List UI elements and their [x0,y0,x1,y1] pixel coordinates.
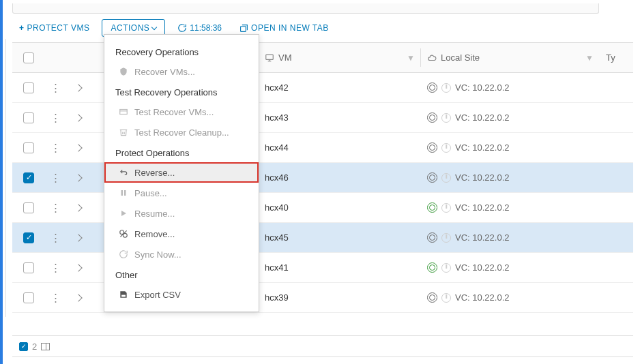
pause-icon [118,187,129,198]
menu-item-export-csv[interactable]: Export CSV [104,284,259,305]
svg-rect-4 [120,110,128,115]
kebab-icon[interactable]: ⋮ [50,82,61,93]
row-checkbox[interactable]: ✓ [23,232,34,243]
vm-name: hcx45 [265,232,289,243]
svg-marker-8 [121,211,126,216]
status-icon [427,292,437,303]
protect-vms-button[interactable]: PROTECT VMS [14,20,95,36]
svg-rect-6 [121,190,123,196]
top-panel-border [12,3,599,14]
actions-label: ACTIONS [111,23,149,33]
menu-item-test-recover-vms: Test Recover VMs... [104,102,259,122]
menu-item-reverse[interactable]: Reverse... [104,162,259,183]
open-new-tab-label: OPEN IN NEW TAB [251,23,329,33]
site-label: VC: 10.22.0.2 [455,112,510,123]
filter-icon[interactable]: ▼ [407,53,415,63]
chevron-right-icon[interactable] [74,294,82,301]
status-icon [427,142,437,153]
svg-rect-12 [121,295,126,297]
menu-item-remove-label: Remove... [134,229,175,239]
sync-icon [118,249,129,260]
actions-dropdown: Recovery Operations Recover VMs... Test … [104,34,259,312]
reverse-icon [118,167,129,178]
kebab-icon[interactable]: ⋮ [50,142,61,153]
column-header-local-site-label: Local Site [441,52,480,63]
vm-name: hcx44 [265,142,289,153]
row-checkbox[interactable] [23,112,34,123]
kebab-icon[interactable]: ⋮ [50,292,61,303]
svg-rect-1 [266,55,274,59]
play-icon [118,208,129,219]
menu-item-test-recover-cleanup: Test Recover Cleanup... [104,122,259,142]
menu-item-resume-label: Resume... [134,209,175,219]
menu-item-pause: Pause... [104,183,259,203]
site-label: VC: 10.22.0.2 [455,232,510,243]
chevron-right-icon[interactable] [74,264,82,271]
kebab-icon[interactable]: ⋮ [50,262,61,273]
menu-item-recover-vms-label: Recover VMs... [134,67,195,77]
left-accent-bar [0,0,3,364]
menu-item-sync-now-label: Sync Now... [134,249,181,260]
row-checkbox[interactable] [23,142,34,153]
test-recover-icon [118,106,129,117]
refresh-time-label: 11:58:36 [190,23,222,33]
column-header-type[interactable]: Ty [606,52,633,63]
menu-item-export-csv-label: Export CSV [134,290,181,300]
shield-icon [118,66,129,77]
chevron-right-icon[interactable] [74,114,82,121]
power-icon [441,233,451,243]
menu-item-recover-vms: Recover VMs... [104,61,259,82]
cloud-header-icon [427,53,437,63]
status-icon [427,112,437,123]
row-checkbox[interactable] [23,292,34,303]
chevron-right-icon[interactable] [74,144,82,151]
column-header-local-site[interactable]: Local Site ▼ [427,52,606,63]
columns-icon[interactable] [41,343,50,350]
column-header-vm[interactable]: VM ▼ [265,52,427,63]
footer-selected-count: 2 [32,342,37,352]
vm-name: hcx46 [265,172,289,183]
filter-icon[interactable]: ▼ [585,53,594,63]
menu-item-remove[interactable]: Remove... [104,224,259,244]
svg-rect-0 [241,26,246,31]
power-icon [441,113,451,123]
status-icon [427,82,437,93]
row-checkbox[interactable] [23,202,34,213]
chevron-right-icon[interactable] [74,204,82,211]
menu-item-pause-label: Pause... [134,188,167,198]
svg-rect-7 [124,190,126,196]
select-all-checkbox[interactable] [23,52,34,63]
menu-section-test-recovery: Test Recovery Operations [104,82,259,102]
site-label: VC: 10.22.0.2 [455,82,510,93]
power-icon [441,173,451,183]
status-icon [427,262,437,273]
vm-name: hcx40 [265,202,289,213]
kebab-icon[interactable]: ⋮ [50,232,61,243]
kebab-icon[interactable]: ⋮ [50,202,61,213]
vm-name: hcx41 [265,262,289,273]
chevron-right-icon[interactable] [74,174,82,181]
menu-section-other: Other [104,264,259,284]
plus-icon [19,23,25,33]
menu-item-reverse-label: Reverse... [134,168,175,178]
menu-item-sync-now: Sync Now... [104,244,259,264]
site-label: VC: 10.22.0.2 [455,292,510,303]
column-header-type-label: Ty [606,52,615,63]
power-icon [441,143,451,153]
site-label: VC: 10.22.0.2 [455,262,510,273]
power-icon [441,203,451,213]
trash-icon [118,127,129,138]
site-label: VC: 10.22.0.2 [455,142,510,153]
power-icon [441,83,451,93]
row-checkbox[interactable] [23,262,34,273]
kebab-icon[interactable]: ⋮ [50,112,61,123]
table-footer: ✓ 2 [12,335,633,357]
chevron-right-icon[interactable] [74,234,82,241]
row-checkbox[interactable]: ✓ [23,172,34,183]
kebab-icon[interactable]: ⋮ [50,172,61,183]
row-checkbox[interactable] [23,82,34,93]
status-icon [427,232,437,243]
menu-section-protect: Protect Operations [104,142,259,162]
vm-name: hcx42 [265,82,289,93]
chevron-right-icon[interactable] [74,84,82,91]
